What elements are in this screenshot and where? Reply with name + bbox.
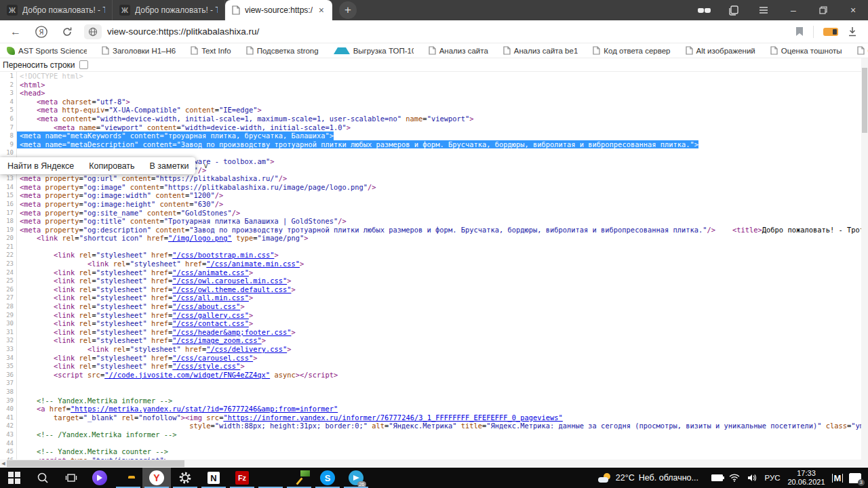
taskbar-filezilla-button[interactable]: Fz	[228, 468, 256, 488]
address-bar[interactable]: view-source:https://plitkabalashixa.ru/	[84, 24, 795, 39]
line-content: <html>	[17, 81, 45, 89]
line-number: 36	[0, 371, 17, 380]
yandex-search-icon[interactable]: Я	[31, 22, 52, 41]
clock[interactable]: 17:33 20.06.2021	[784, 469, 829, 487]
bookmark-item-7[interactable]: Анализ сайта be1	[503, 46, 578, 55]
action-center-icon[interactable]: 3	[846, 468, 864, 488]
new-tab-button[interactable]: +	[339, 1, 357, 19]
line-content: <meta property="og:image:height" content…	[17, 200, 223, 209]
volume-icon[interactable]	[743, 468, 761, 488]
source-link[interactable]: "/css/contact.css"	[172, 319, 249, 327]
source-line-13: 13<meta property="og:url" content="https…	[0, 174, 861, 183]
taskbar-image-viewer-button[interactable]	[285, 468, 313, 488]
line-content: <link rel="stylesheet" href="/css/style.…	[17, 362, 245, 371]
reload-button[interactable]	[57, 22, 77, 41]
source-code-view[interactable]: 1<!DOCTYPE html>2<html>3<head>4 <meta ch…	[0, 72, 861, 460]
source-link[interactable]: "//code.jivosite.com/widget/FNG4eZZ4qx"	[104, 371, 270, 379]
line-number: 10	[0, 148, 17, 157]
taskbar-skype-button[interactable]: S	[313, 468, 342, 488]
source-link[interactable]: "/css/bootstrap.min.css"	[172, 251, 274, 259]
source-link[interactable]: "/css/animate.css"	[172, 268, 249, 277]
source-link[interactable]: "/img/logo.png"	[168, 234, 232, 242]
taskbar-notion-button[interactable]: N	[199, 468, 228, 488]
source-link[interactable]: "/css/delivery.css"	[206, 345, 287, 353]
taskbar-edge-button[interactable]	[256, 468, 285, 488]
chevron-down-icon[interactable]: ∨	[196, 161, 215, 170]
vertical-scrollbar-thumb[interactable]	[862, 68, 867, 133]
bookmark-item-2[interactable]: Заголовки H1–H6	[102, 46, 176, 55]
source-link[interactable]: "/css/animate.min.css"	[206, 260, 300, 268]
line-content: <!-- Yandex.Metrika informer -->	[17, 396, 172, 405]
taskbar-task-view-button[interactable]	[57, 468, 85, 488]
source-link[interactable]: "/css/style.css"	[172, 362, 240, 370]
taskbar-yandex-browser-button[interactable]: Y	[142, 468, 171, 488]
bookmark-item-5[interactable]: Выгрузка ТОП-10	[334, 47, 414, 55]
restore-button[interactable]	[808, 0, 838, 20]
close-button[interactable]: ×	[838, 0, 868, 20]
scroll-left-arrow-icon[interactable]: ◀	[0, 461, 7, 466]
source-link[interactable]: "/css/header&amp;footer.css"	[172, 328, 291, 336]
source-link[interactable]: "/css/all.min.css"	[172, 293, 249, 302]
source-link[interactable]: "https://informer.yandex.ru/informer/767…	[223, 413, 562, 422]
window-controls: – ×	[689, 0, 868, 20]
bookmark-item-10[interactable]: Оценка тошноты	[770, 46, 842, 55]
copy-button[interactable]: Копировать	[81, 161, 142, 171]
line-number: 38	[0, 388, 17, 396]
taskbar-explorer-button[interactable]	[114, 468, 142, 488]
to-notes-button[interactable]: В заметки	[142, 161, 197, 171]
line-content: <a href="https://metrika.yandex.ru/stat/…	[17, 405, 338, 413]
language-indicator[interactable]: РУС	[761, 474, 784, 482]
source-link[interactable]: "/css/owl.carousel.min.css"	[172, 277, 287, 285]
line-number: 20	[0, 234, 17, 243]
bookmark-item-11[interactable]: Открыть	[857, 46, 868, 55]
tab-panels-icon[interactable]	[719, 0, 749, 20]
divider	[813, 26, 814, 38]
taskbar-search-button[interactable]	[28, 468, 57, 488]
bookmark-item-3[interactable]: Text Info	[191, 46, 231, 55]
tab-2[interactable]: Ж Добро пожаловать! - Тро	[113, 0, 225, 20]
source-link[interactable]: "/css/carousel.css"	[172, 354, 253, 362]
line-number: 5	[0, 106, 17, 115]
vertical-scrollbar[interactable]	[861, 58, 868, 460]
source-link[interactable]: "/css/owl.theme.default.css"	[172, 285, 291, 293]
bookmark-item-9[interactable]: Alt изображений	[686, 46, 755, 55]
taskbar-settings-button[interactable]	[171, 468, 199, 488]
source-line-38: 38	[0, 388, 861, 396]
line-content: <link rel="stylesheet" href="/css/carous…	[17, 354, 257, 363]
line-number: 3	[0, 89, 17, 98]
source-link[interactable]: "https://metrika.yandex.ru/stat/?id=7677…	[71, 405, 338, 413]
line-number: 35	[0, 362, 17, 371]
tab-3-active[interactable]: view-source:https://plitk ×	[225, 0, 332, 20]
wifi-icon[interactable]	[726, 468, 743, 488]
taskbar-start-button[interactable]	[0, 468, 28, 488]
url-text[interactable]: view-source:https://plitkabalashixa.ru/	[107, 26, 259, 37]
bookmark-item-1[interactable]: AST Sports Science	[7, 47, 87, 55]
bookmark-flag-icon[interactable]	[795, 26, 804, 37]
line-content: <link rel="stylesheet" href="/css/owl.ca…	[17, 277, 291, 285]
alice-icon	[92, 470, 107, 485]
menu-icon[interactable]	[749, 0, 778, 20]
source-link[interactable]: "/css/gallery.css"	[172, 311, 249, 319]
bookmark-item-4[interactable]: Подсветка strong	[246, 46, 319, 55]
source-link[interactable]: "/css/about.css"	[172, 302, 240, 310]
weather-desc: Неб. облачно...	[639, 473, 698, 483]
battery-icon[interactable]	[708, 468, 726, 488]
taskbar-telegram-button[interactable]: 26	[342, 468, 370, 488]
weather-widget[interactable]: 22°C Неб. облачно...	[598, 473, 698, 483]
source-line-26: 26 <link rel="stylesheet" href="/css/owl…	[0, 285, 861, 294]
minimize-button[interactable]: –	[778, 0, 808, 20]
bookmark-item-8[interactable]: Код ответа сервер	[593, 46, 670, 55]
tray-m-icon[interactable]: M	[829, 468, 846, 488]
bookmark-item-6[interactable]: Анализ сайта	[429, 46, 488, 55]
horizontal-scrollbar[interactable]: ◀	[0, 460, 868, 468]
tab-close-icon[interactable]: ×	[317, 5, 326, 16]
back-button[interactable]: ←	[5, 22, 26, 41]
downloads-button[interactable]	[848, 26, 857, 37]
taskbar-alice-button[interactable]	[85, 468, 114, 488]
tab-1[interactable]: Ж Добро пожаловать! - Тро	[0, 0, 113, 20]
source-link[interactable]: "/css/image_zoom.css"	[172, 336, 261, 344]
search-in-yandex-button[interactable]: Найти в Яндексе	[0, 161, 81, 171]
horizontal-scrollbar-thumb[interactable]	[7, 460, 184, 467]
extension-battery-icon[interactable]	[823, 28, 838, 36]
wrap-lines-checkbox[interactable]	[79, 60, 88, 69]
